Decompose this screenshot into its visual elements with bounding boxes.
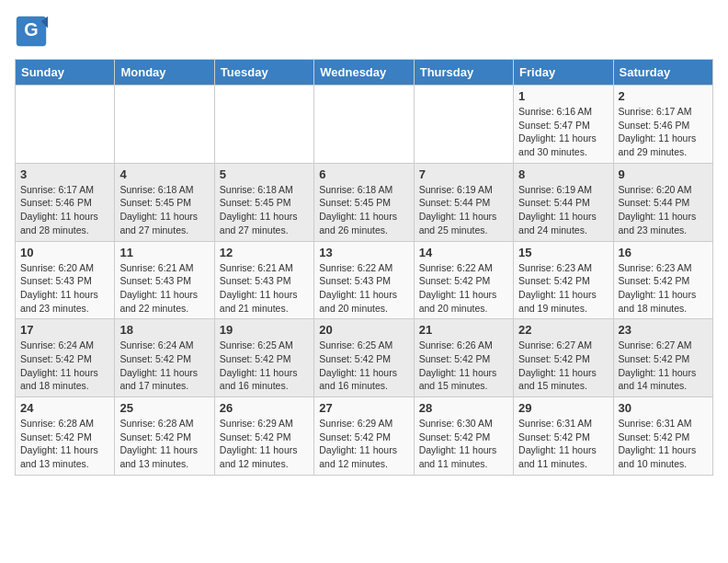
day-info: Sunrise: 6:21 AMSunset: 5:43 PMDaylight:… bbox=[220, 261, 309, 316]
weekday-header-tuesday: Tuesday bbox=[214, 60, 313, 86]
calendar-cell: 9Sunrise: 6:20 AMSunset: 5:44 PMDaylight… bbox=[613, 163, 712, 241]
calendar-cell: 21Sunrise: 6:26 AMSunset: 5:42 PMDayligh… bbox=[414, 319, 513, 397]
calendar-cell: 25Sunrise: 6:28 AMSunset: 5:42 PMDayligh… bbox=[115, 397, 214, 476]
calendar-cell bbox=[414, 86, 513, 164]
day-number: 7 bbox=[419, 167, 508, 181]
day-info: Sunrise: 6:16 AMSunset: 5:47 PMDaylight:… bbox=[518, 105, 608, 159]
calendar-cell bbox=[16, 86, 115, 164]
weekday-header-wednesday: Wednesday bbox=[314, 60, 414, 86]
day-number: 10 bbox=[20, 246, 109, 259]
calendar-cell: 5Sunrise: 6:18 AMSunset: 5:45 PMDaylight… bbox=[214, 163, 313, 241]
day-number: 8 bbox=[518, 167, 608, 181]
calendar-cell: 12Sunrise: 6:21 AMSunset: 5:43 PMDayligh… bbox=[214, 241, 313, 319]
day-info: Sunrise: 6:30 AMSunset: 5:42 PMDaylight:… bbox=[419, 417, 508, 471]
day-info: Sunrise: 6:25 AMSunset: 5:42 PMDaylight:… bbox=[319, 339, 408, 393]
calendar-cell: 2Sunrise: 6:17 AMSunset: 5:46 PMDaylight… bbox=[613, 86, 712, 164]
day-number: 26 bbox=[220, 401, 309, 415]
day-number: 1 bbox=[518, 89, 608, 103]
day-info: Sunrise: 6:22 AMSunset: 5:43 PMDaylight:… bbox=[319, 261, 408, 316]
day-number: 11 bbox=[119, 246, 209, 259]
day-number: 5 bbox=[220, 167, 309, 181]
day-info: Sunrise: 6:22 AMSunset: 5:42 PMDaylight:… bbox=[419, 261, 508, 316]
day-number: 4 bbox=[119, 167, 209, 181]
calendar-cell: 14Sunrise: 6:22 AMSunset: 5:42 PMDayligh… bbox=[414, 241, 513, 319]
svg-text:G: G bbox=[24, 19, 38, 40]
calendar-cell: 23Sunrise: 6:27 AMSunset: 5:42 PMDayligh… bbox=[613, 319, 712, 397]
calendar-cell: 15Sunrise: 6:23 AMSunset: 5:42 PMDayligh… bbox=[514, 241, 613, 319]
calendar-week-1: 1Sunrise: 6:16 AMSunset: 5:47 PMDaylight… bbox=[16, 86, 713, 164]
day-info: Sunrise: 6:17 AMSunset: 5:46 PMDaylight:… bbox=[619, 105, 708, 159]
day-info: Sunrise: 6:24 AMSunset: 5:42 PMDaylight:… bbox=[20, 339, 109, 393]
day-info: Sunrise: 6:29 AMSunset: 5:42 PMDaylight:… bbox=[220, 417, 309, 471]
page-header: G bbox=[15, 15, 713, 48]
weekday-header-friday: Friday bbox=[514, 60, 613, 86]
calendar-cell bbox=[214, 86, 313, 164]
day-number: 24 bbox=[20, 401, 109, 415]
calendar-cell bbox=[314, 86, 414, 164]
calendar-cell: 8Sunrise: 6:19 AMSunset: 5:44 PMDaylight… bbox=[514, 163, 613, 241]
calendar-cell: 28Sunrise: 6:30 AMSunset: 5:42 PMDayligh… bbox=[414, 397, 513, 476]
calendar-cell: 1Sunrise: 6:16 AMSunset: 5:47 PMDaylight… bbox=[514, 86, 613, 164]
day-number: 2 bbox=[619, 89, 708, 103]
calendar-cell: 13Sunrise: 6:22 AMSunset: 5:43 PMDayligh… bbox=[314, 241, 414, 319]
day-number: 3 bbox=[20, 167, 109, 181]
day-info: Sunrise: 6:31 AMSunset: 5:42 PMDaylight:… bbox=[518, 417, 608, 471]
day-info: Sunrise: 6:27 AMSunset: 5:42 PMDaylight:… bbox=[619, 339, 708, 393]
weekday-header-saturday: Saturday bbox=[613, 60, 712, 86]
day-info: Sunrise: 6:21 AMSunset: 5:43 PMDaylight:… bbox=[119, 261, 209, 316]
day-info: Sunrise: 6:31 AMSunset: 5:42 PMDaylight:… bbox=[619, 417, 708, 471]
calendar-cell: 26Sunrise: 6:29 AMSunset: 5:42 PMDayligh… bbox=[214, 397, 313, 476]
calendar-cell: 4Sunrise: 6:18 AMSunset: 5:45 PMDaylight… bbox=[115, 163, 214, 241]
calendar-cell: 17Sunrise: 6:24 AMSunset: 5:42 PMDayligh… bbox=[16, 319, 115, 397]
day-number: 15 bbox=[518, 246, 608, 259]
calendar-cell: 7Sunrise: 6:19 AMSunset: 5:44 PMDaylight… bbox=[414, 163, 513, 241]
calendar-cell: 22Sunrise: 6:27 AMSunset: 5:42 PMDayligh… bbox=[514, 319, 613, 397]
calendar-cell: 3Sunrise: 6:17 AMSunset: 5:46 PMDaylight… bbox=[16, 163, 115, 241]
calendar-cell bbox=[115, 86, 214, 164]
calendar-cell: 19Sunrise: 6:25 AMSunset: 5:42 PMDayligh… bbox=[214, 319, 313, 397]
day-number: 22 bbox=[518, 323, 608, 337]
day-number: 9 bbox=[619, 167, 708, 181]
calendar-week-2: 3Sunrise: 6:17 AMSunset: 5:46 PMDaylight… bbox=[16, 163, 713, 241]
calendar-cell: 18Sunrise: 6:24 AMSunset: 5:42 PMDayligh… bbox=[115, 319, 214, 397]
calendar-cell: 11Sunrise: 6:21 AMSunset: 5:43 PMDayligh… bbox=[115, 241, 214, 319]
day-number: 20 bbox=[319, 323, 408, 337]
day-info: Sunrise: 6:24 AMSunset: 5:42 PMDaylight:… bbox=[119, 339, 209, 393]
weekday-header-thursday: Thursday bbox=[414, 60, 513, 86]
day-info: Sunrise: 6:25 AMSunset: 5:42 PMDaylight:… bbox=[220, 339, 309, 393]
calendar-cell: 20Sunrise: 6:25 AMSunset: 5:42 PMDayligh… bbox=[314, 319, 414, 397]
day-number: 21 bbox=[419, 323, 508, 337]
day-number: 14 bbox=[419, 246, 508, 259]
day-info: Sunrise: 6:23 AMSunset: 5:42 PMDaylight:… bbox=[619, 261, 708, 316]
calendar-cell: 29Sunrise: 6:31 AMSunset: 5:42 PMDayligh… bbox=[514, 397, 613, 476]
weekday-row: SundayMondayTuesdayWednesdayThursdayFrid… bbox=[16, 60, 713, 86]
day-info: Sunrise: 6:17 AMSunset: 5:46 PMDaylight:… bbox=[20, 183, 109, 237]
day-info: Sunrise: 6:26 AMSunset: 5:42 PMDaylight:… bbox=[419, 339, 508, 393]
day-info: Sunrise: 6:18 AMSunset: 5:45 PMDaylight:… bbox=[220, 183, 309, 237]
calendar-header: SundayMondayTuesdayWednesdayThursdayFrid… bbox=[16, 60, 713, 86]
day-info: Sunrise: 6:20 AMSunset: 5:44 PMDaylight:… bbox=[619, 183, 708, 237]
day-info: Sunrise: 6:18 AMSunset: 5:45 PMDaylight:… bbox=[319, 183, 408, 237]
day-number: 17 bbox=[20, 323, 109, 337]
day-number: 28 bbox=[419, 401, 508, 415]
day-number: 12 bbox=[220, 246, 309, 259]
day-info: Sunrise: 6:20 AMSunset: 5:43 PMDaylight:… bbox=[20, 261, 109, 316]
calendar-week-3: 10Sunrise: 6:20 AMSunset: 5:43 PMDayligh… bbox=[16, 241, 713, 319]
day-number: 13 bbox=[319, 246, 408, 259]
day-info: Sunrise: 6:19 AMSunset: 5:44 PMDaylight:… bbox=[518, 183, 608, 237]
logo: G bbox=[15, 15, 51, 48]
day-info: Sunrise: 6:29 AMSunset: 5:42 PMDaylight:… bbox=[319, 417, 408, 471]
day-info: Sunrise: 6:18 AMSunset: 5:45 PMDaylight:… bbox=[119, 183, 209, 237]
calendar-cell: 16Sunrise: 6:23 AMSunset: 5:42 PMDayligh… bbox=[613, 241, 712, 319]
logo-icon: G bbox=[15, 15, 48, 48]
calendar-body: 1Sunrise: 6:16 AMSunset: 5:47 PMDaylight… bbox=[16, 86, 713, 476]
day-info: Sunrise: 6:19 AMSunset: 5:44 PMDaylight:… bbox=[419, 183, 508, 237]
day-info: Sunrise: 6:23 AMSunset: 5:42 PMDaylight:… bbox=[518, 261, 608, 316]
weekday-header-monday: Monday bbox=[115, 60, 214, 86]
day-info: Sunrise: 6:27 AMSunset: 5:42 PMDaylight:… bbox=[518, 339, 608, 393]
calendar-week-5: 24Sunrise: 6:28 AMSunset: 5:42 PMDayligh… bbox=[16, 397, 713, 476]
day-number: 29 bbox=[518, 401, 608, 415]
calendar-cell: 27Sunrise: 6:29 AMSunset: 5:42 PMDayligh… bbox=[314, 397, 414, 476]
day-number: 23 bbox=[619, 323, 708, 337]
calendar-cell: 30Sunrise: 6:31 AMSunset: 5:42 PMDayligh… bbox=[613, 397, 712, 476]
